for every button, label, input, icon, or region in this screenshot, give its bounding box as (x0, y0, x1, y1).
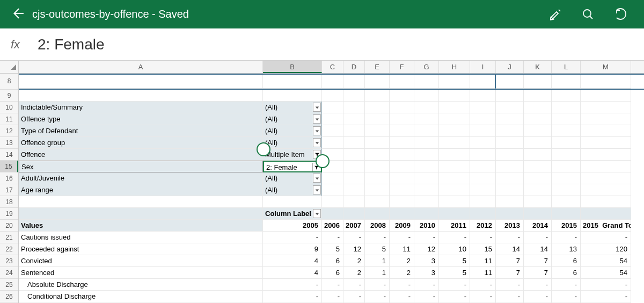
data-cell[interactable]: - (552, 279, 581, 291)
data-row[interactable]: Convicted46212351177654 (19, 255, 644, 267)
data-cell[interactable]: 14 (496, 243, 524, 255)
row-header[interactable]: 14 (0, 149, 18, 161)
data-cell[interactable]: 7 (524, 255, 552, 267)
data-cell[interactable]: 6 (322, 267, 343, 279)
data-cell[interactable]: 1 (365, 267, 390, 279)
filter-value[interactable]: Multiple Item (263, 149, 322, 161)
data-cell[interactable]: - (439, 232, 470, 243)
data-cell[interactable]: 4 (263, 267, 322, 279)
row-header[interactable]: 19 (0, 208, 18, 220)
data-cell[interactable]: - (439, 279, 470, 291)
col-header[interactable]: L (552, 61, 581, 73)
data-cell[interactable]: - (470, 291, 496, 302)
back-button[interactable] (11, 6, 32, 23)
grid[interactable]: Indictable/Summary (All) Offence type (A… (19, 74, 644, 303)
dropdown-icon[interactable] (313, 103, 321, 112)
data-cell[interactable]: - (390, 279, 414, 291)
data-cell[interactable]: - (496, 279, 524, 291)
data-cell[interactable]: 14 (524, 243, 552, 255)
column-label-header[interactable]: Column Label (263, 208, 322, 220)
filter-row[interactable]: Sex 2: Female (19, 161, 644, 172)
data-cell[interactable]: - (263, 279, 322, 291)
data-cell[interactable]: 3 (414, 267, 439, 279)
data-cell[interactable]: 54 (581, 255, 631, 267)
col-header[interactable]: J (496, 61, 524, 73)
data-cell[interactable]: - (581, 232, 631, 243)
data-cell[interactable]: 12 (343, 243, 365, 255)
filter-row[interactable]: Age range (All) (19, 184, 644, 196)
data-cell[interactable]: - (343, 291, 365, 302)
row-header[interactable]: 23 (0, 255, 18, 267)
col-header[interactable]: A (19, 61, 263, 73)
data-cell[interactable]: 6 (552, 267, 581, 279)
data-cell[interactable]: 13 (552, 243, 581, 255)
data-cell[interactable]: 2 (343, 267, 365, 279)
row-header[interactable]: 16 (0, 172, 18, 184)
data-cell[interactable]: - (322, 291, 343, 302)
data-cell[interactable]: - (552, 232, 581, 243)
filter-row[interactable]: Adult/Juvenile (All) (19, 172, 644, 184)
col-header[interactable]: C (322, 61, 343, 73)
dropdown-icon[interactable] (313, 114, 321, 124)
table-row[interactable] (19, 90, 644, 102)
row-header[interactable]: 21 (0, 232, 18, 243)
row-header[interactable]: 13 (0, 137, 18, 149)
col-header[interactable]: H (439, 61, 470, 73)
dropdown-icon[interactable] (313, 174, 321, 183)
data-row[interactable]: Conditional Discharge------------ (19, 291, 644, 302)
data-cell[interactable]: 5 (365, 243, 390, 255)
filter-value[interactable]: (All) (263, 184, 322, 196)
filter-row[interactable]: Offence Multiple Item (19, 149, 644, 161)
edit-icon[interactable] (548, 8, 562, 21)
data-cell[interactable]: 6 (552, 255, 581, 267)
col-header[interactable]: K (524, 61, 552, 73)
table-row[interactable] (19, 74, 644, 90)
data-cell[interactable]: - (414, 291, 439, 302)
table-row[interactable] (19, 196, 644, 208)
filter-row[interactable]: Indictable/Summary (All) (19, 102, 644, 113)
col-header[interactable]: E (365, 61, 390, 73)
data-row[interactable]: Proceeded against9512511121015141413120 (19, 243, 644, 255)
data-cell[interactable]: - (524, 279, 552, 291)
data-cell[interactable]: - (414, 279, 439, 291)
data-cell[interactable]: - (322, 232, 343, 243)
data-cell[interactable]: 5 (439, 255, 470, 267)
row-header[interactable]: 20 (0, 220, 18, 232)
filter-row[interactable]: Offence group (All) (19, 137, 644, 149)
dropdown-icon[interactable] (313, 209, 321, 218)
data-cell[interactable]: 2 (343, 255, 365, 267)
data-cell[interactable]: 15 (470, 243, 496, 255)
data-cell[interactable]: - (524, 291, 552, 302)
selection-handle[interactable] (316, 154, 330, 168)
data-cell[interactable]: 11 (470, 255, 496, 267)
col-header[interactable]: D (343, 61, 365, 73)
data-cell[interactable]: 3 (414, 255, 439, 267)
data-cell[interactable]: - (470, 279, 496, 291)
data-cell[interactable]: - (581, 291, 631, 302)
dropdown-icon[interactable] (313, 185, 321, 194)
col-header[interactable]: G (414, 61, 439, 73)
data-row[interactable]: Cautions issued------------ (19, 232, 644, 243)
undo-icon[interactable] (614, 8, 628, 21)
data-cell[interactable]: 7 (496, 267, 524, 279)
data-cell[interactable]: - (414, 232, 439, 243)
data-cell[interactable]: 5 (439, 267, 470, 279)
year-header-row[interactable]: Values 2005 2006 2007 2008 2009 2010 201… (19, 220, 644, 232)
filter-value[interactable]: (All) (263, 172, 322, 184)
data-cell[interactable]: 11 (390, 243, 414, 255)
selection-handle[interactable] (257, 142, 270, 156)
data-cell[interactable]: - (552, 291, 581, 302)
data-cell[interactable]: 5 (322, 243, 343, 255)
row-header[interactable]: 8 (0, 74, 18, 90)
data-cell[interactable]: - (496, 291, 524, 302)
data-cell[interactable]: - (322, 279, 343, 291)
dropdown-icon[interactable] (313, 138, 321, 147)
data-cell[interactable]: 9 (263, 243, 322, 255)
row-header[interactable]: 12 (0, 125, 18, 137)
data-cell[interactable]: 6 (322, 255, 343, 267)
row-header[interactable]: 26 (0, 291, 18, 302)
data-cell[interactable]: 12 (414, 243, 439, 255)
row-header[interactable]: 9 (0, 90, 18, 102)
data-cell[interactable]: 7 (524, 267, 552, 279)
data-cell[interactable]: - (263, 291, 322, 302)
